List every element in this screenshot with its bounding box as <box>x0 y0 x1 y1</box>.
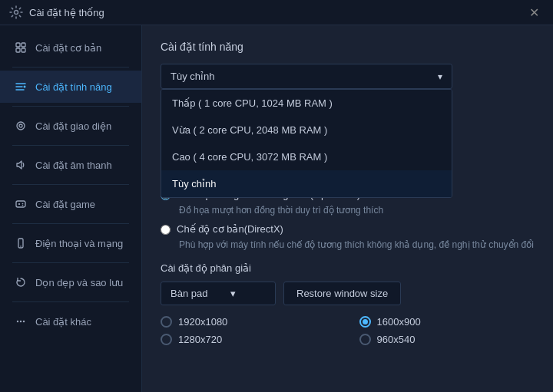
titlebar: Cài đặt hệ thống ✕ <box>0 0 553 25</box>
close-button[interactable]: ✕ <box>525 4 544 21</box>
dropdown-option-high[interactable]: Cao ( 4 core CPU, 3072 MB RAM ) <box>161 143 452 170</box>
sidebar-label-am-thanh: Cài đặt âm thanh <box>35 160 112 171</box>
resolution-section: Cài đặt độ phân giải Bàn pad ▾ Restore w… <box>161 262 535 345</box>
sidebar: Cài đặt cơ bản Cài đặt tính năng Cài đặt… <box>0 25 142 392</box>
sidebar-item-am-thanh[interactable]: Cài đặt âm thanh <box>0 149 141 181</box>
svg-point-16 <box>20 321 22 322</box>
svg-rect-1 <box>16 43 20 47</box>
svg-point-11 <box>22 203 24 205</box>
sidebar-item-game[interactable]: Cài đặt game <box>0 188 141 220</box>
feature-icon <box>14 80 28 94</box>
res-option-1280[interactable]: 1280x720 <box>161 334 336 345</box>
sidebar-divider-1 <box>12 67 129 68</box>
phone-icon <box>14 236 28 250</box>
other-icon <box>14 315 28 328</box>
res-label-960: 960x540 <box>377 334 416 345</box>
sidebar-divider-4 <box>12 184 129 185</box>
window-title: Cài đặt hệ thống <box>29 7 525 18</box>
res-radio-1600 <box>359 316 371 328</box>
chevron-down-icon: ▾ <box>438 71 442 82</box>
mode-section: Chế độ tương thích nâng cao (OpenGL+) Đồ… <box>161 189 535 345</box>
svg-point-14 <box>20 245 22 247</box>
dropdown-option-medium[interactable]: Vừa ( 2 core CPU, 2048 MB RAM ) <box>161 117 452 143</box>
interface-icon <box>14 119 28 133</box>
resolution-dropdown-value: Bàn pad <box>171 288 207 299</box>
opengl-sub-text: Đồ họa mượt hơn đồng thời duy trì độ tươ… <box>179 205 535 216</box>
svg-rect-3 <box>16 48 20 52</box>
sidebar-label-giao-dien: Cài đặt giao diện <box>35 120 111 132</box>
directx-mode-row: Chế độ cơ bản(DirectX) <box>161 223 535 235</box>
sidebar-divider-7 <box>12 301 129 302</box>
sidebar-label-don-dep: Dọn dẹp và sao lưu <box>35 277 123 288</box>
gear-icon <box>9 5 23 19</box>
game-icon <box>14 197 28 211</box>
sidebar-item-tinh-nang[interactable]: Cài đặt tính năng <box>0 71 141 103</box>
resolution-title: Cài đặt độ phân giải <box>161 262 535 274</box>
section-title: Cài đặt tính năng <box>161 41 535 53</box>
sidebar-divider-3 <box>12 145 129 146</box>
dropdown-menu: Thấp ( 1 core CPU, 1024 MB RAM ) Vừa ( 2… <box>161 89 452 198</box>
sidebar-label-co-ban: Cài đặt cơ bản <box>35 42 101 54</box>
dropdown-selected-value: Tùy chỉnh <box>171 71 214 82</box>
directx-label: Chế độ cơ bản(DirectX) <box>177 223 283 235</box>
sidebar-divider-6 <box>12 262 129 263</box>
dropdown-option-custom[interactable]: Tùy chỉnh <box>161 170 452 197</box>
svg-point-17 <box>23 321 25 322</box>
feature-dropdown-container: Tùy chỉnh ▾ Thấp ( 1 core CPU, 1024 MB R… <box>161 64 535 89</box>
res-chevron-icon: ▾ <box>230 288 236 299</box>
res-label-1280: 1280x720 <box>178 334 222 345</box>
svg-point-5 <box>24 86 26 88</box>
content-area: Cài đặt tính năng Tùy chỉnh ▾ Thấp ( 1 c… <box>142 25 553 392</box>
clean-icon <box>14 275 28 289</box>
res-radio-1920 <box>161 316 172 328</box>
svg-rect-2 <box>22 43 25 47</box>
svg-point-6 <box>17 122 25 130</box>
resolution-controls: Bàn pad ▾ Restore window size <box>161 282 535 305</box>
sound-icon <box>14 158 28 172</box>
restore-window-button[interactable]: Restore window size <box>283 282 401 305</box>
res-radio-960 <box>359 334 371 345</box>
sidebar-label-tinh-nang: Cài đặt tính năng <box>35 81 112 93</box>
res-option-1600[interactable]: 1600x900 <box>359 316 535 328</box>
sidebar-label-dien-thoai: Điện thoại và mạng <box>35 238 123 249</box>
directx-radio[interactable] <box>161 225 171 235</box>
res-option-1920[interactable]: 1920x1080 <box>161 316 336 328</box>
main-layout: Cài đặt cơ bản Cài đặt tính năng Cài đặt… <box>0 25 553 392</box>
svg-point-12 <box>22 205 24 206</box>
feature-dropdown[interactable]: Tùy chỉnh ▾ <box>161 64 452 89</box>
svg-rect-8 <box>16 201 25 207</box>
sidebar-divider-5 <box>12 223 129 224</box>
resolution-grid: 1920x1080 1600x900 1280x720 960x540 <box>161 316 535 345</box>
dropdown-option-low[interactable]: Thấp ( 1 core CPU, 1024 MB RAM ) <box>161 90 452 117</box>
sidebar-item-khac[interactable]: Cài đặt khác <box>0 305 141 338</box>
res-label-1920: 1920x1080 <box>178 316 227 328</box>
sidebar-item-dien-thoai[interactable]: Điện thoại và mạng <box>0 227 141 259</box>
svg-point-7 <box>19 124 22 127</box>
res-option-960[interactable]: 960x540 <box>359 334 535 345</box>
sidebar-item-giao-dien[interactable]: Cài đặt giao diện <box>0 110 141 142</box>
res-label-1600: 1600x900 <box>377 316 421 328</box>
sidebar-divider-2 <box>12 106 129 107</box>
svg-point-15 <box>17 321 18 322</box>
svg-point-0 <box>15 11 18 15</box>
settings-basic-icon <box>14 41 28 54</box>
directx-sub-text: Phù hợp với máy tính nếu chế độ tương th… <box>179 239 535 250</box>
sidebar-label-game: Cài đặt game <box>35 199 95 210</box>
sidebar-item-co-ban[interactable]: Cài đặt cơ bản <box>0 31 141 64</box>
sidebar-label-khac: Cài đặt khác <box>35 316 91 328</box>
res-radio-1280 <box>161 334 172 345</box>
svg-rect-4 <box>22 48 25 52</box>
sidebar-item-don-dep[interactable]: Dọn dẹp và sao lưu <box>0 266 141 298</box>
resolution-dropdown[interactable]: Bàn pad ▾ <box>161 282 276 305</box>
